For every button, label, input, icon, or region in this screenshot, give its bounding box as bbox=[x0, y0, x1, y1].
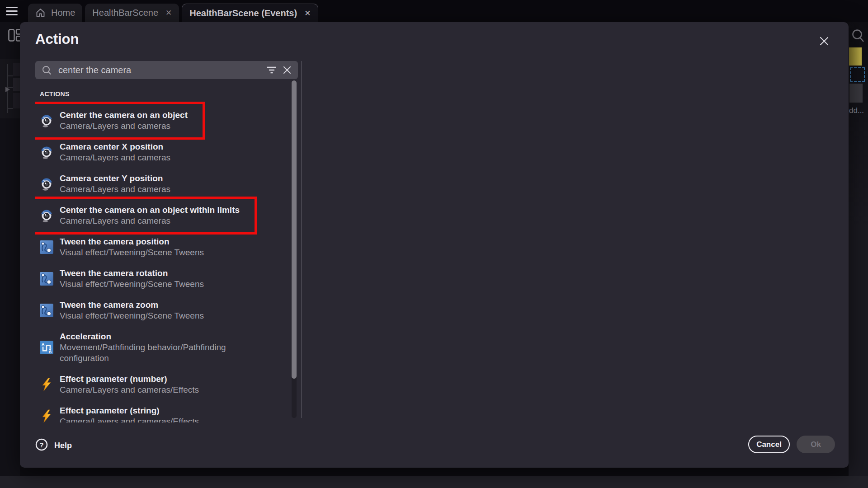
action-subtitle: Camera/Layers and cameras/Effects bbox=[60, 416, 199, 422]
help-button[interactable]: ? Help bbox=[35, 438, 72, 453]
help-icon: ? bbox=[35, 438, 48, 453]
layout-panels-icon bbox=[8, 29, 20, 43]
action-item-text: Camera center Y positionCamera/Layers an… bbox=[60, 173, 170, 195]
bolt-icon bbox=[40, 409, 53, 422]
search-icon bbox=[42, 65, 52, 75]
tab-healthbarscene-events[interactable]: HealthBarScene (Events)✕ bbox=[182, 4, 318, 22]
action-list-item[interactable]: Camera center Y positionCamera/Layers an… bbox=[35, 168, 175, 200]
tween-icon bbox=[40, 304, 53, 317]
action-item-text: Center the camera on an objectCamera/Lay… bbox=[60, 110, 188, 131]
action-subtitle: Visual effect/Tweening/Scene Tweens bbox=[60, 310, 204, 321]
action-title: Tween the camera zoom bbox=[60, 300, 204, 310]
pathfinding-icon: AB bbox=[40, 341, 53, 354]
column-divider bbox=[301, 61, 302, 418]
action-item-text: AccelerationMovement/Pathfinding behavio… bbox=[60, 331, 269, 364]
svg-text:B: B bbox=[49, 350, 52, 354]
action-subtitle: Camera/Layers and cameras/Effects bbox=[60, 385, 199, 395]
action-item-text: Camera center X positionCamera/Layers an… bbox=[60, 141, 170, 163]
svg-text:?: ? bbox=[39, 441, 43, 449]
tab-list: HomeHealthBarScene✕HealthBarScene (Event… bbox=[28, 4, 318, 22]
action-title: Acceleration bbox=[60, 331, 269, 342]
action-title: Tween the camera position bbox=[60, 236, 204, 247]
truncated-add-text: dd... bbox=[849, 106, 864, 115]
action-item-text: Tween the camera positionVisual effect/T… bbox=[60, 236, 204, 258]
action-title: Tween the camera rotation bbox=[60, 268, 204, 279]
action-list-item[interactable]: Center the camera on an objectCamera/Lay… bbox=[35, 105, 192, 136]
clear-search-icon[interactable] bbox=[283, 66, 292, 75]
bolt-icon bbox=[40, 378, 53, 391]
cancel-button[interactable]: Cancel bbox=[748, 436, 790, 453]
action-list-item[interactable]: Tween the camera positionVisual effect/T… bbox=[35, 231, 208, 263]
action-list: ACTIONS Center the camera on an objectCa… bbox=[35, 90, 291, 422]
tab-close-icon[interactable]: ✕ bbox=[304, 9, 311, 18]
background-right-panel: dd... bbox=[849, 22, 868, 476]
drop-target-fragment bbox=[850, 67, 865, 82]
action-list-item[interactable]: Tween the camera rotationVisual effect/T… bbox=[35, 263, 208, 295]
action-list-item[interactable]: ABAccelerationMovement/Pathfinding behav… bbox=[35, 326, 273, 369]
background-left-panel bbox=[0, 22, 20, 476]
menu-icon[interactable] bbox=[6, 7, 18, 15]
webcam-icon bbox=[40, 209, 53, 222]
tab-close-icon[interactable]: ✕ bbox=[165, 8, 172, 18]
action-list-item[interactable]: Center the camera on an object within li… bbox=[35, 200, 244, 231]
events-sheet-fragment bbox=[0, 59, 20, 118]
event-block-fragment bbox=[849, 47, 862, 66]
app-root: HomeHealthBarScene✕HealthBarScene (Event… bbox=[0, 0, 868, 488]
action-title: Effect parameter (string) bbox=[60, 405, 199, 416]
tab-label: HealthBarScene (Events) bbox=[189, 8, 297, 19]
search-bar bbox=[35, 61, 298, 79]
background-bottom-bar bbox=[0, 476, 868, 488]
action-title: Center the camera on an object bbox=[60, 110, 188, 121]
tab-label: HealthBarScene bbox=[92, 8, 158, 18]
section-label: ACTIONS bbox=[40, 90, 291, 99]
event-block-fragment bbox=[849, 84, 863, 103]
dialog-title: Action bbox=[35, 31, 79, 47]
action-list-item[interactable]: Camera center X positionCamera/Layers an… bbox=[35, 136, 175, 168]
action-title: Camera center X position bbox=[60, 141, 170, 152]
ok-button[interactable]: Ok bbox=[797, 436, 835, 453]
scrollbar-thumb[interactable] bbox=[292, 80, 297, 379]
action-item-text: Center the camera on an object within li… bbox=[60, 205, 240, 226]
tween-icon bbox=[40, 272, 53, 286]
action-subtitle: Camera/Layers and cameras bbox=[60, 184, 170, 195]
search-icon[interactable] bbox=[851, 28, 865, 46]
filter-icon[interactable] bbox=[266, 66, 277, 75]
action-subtitle: Camera/Layers and cameras bbox=[60, 216, 240, 226]
webcam-icon bbox=[40, 177, 53, 191]
action-list-item[interactable]: Effect parameter (number)Camera/Layers a… bbox=[35, 369, 203, 400]
action-subtitle: Camera/Layers and cameras bbox=[60, 121, 188, 131]
action-title: Center the camera on an object within li… bbox=[60, 205, 240, 216]
help-label: Help bbox=[54, 441, 72, 450]
tween-icon bbox=[40, 240, 53, 254]
scrollbar-track[interactable] bbox=[292, 80, 297, 418]
search-input[interactable] bbox=[57, 65, 261, 76]
action-subtitle: Camera/Layers and cameras bbox=[60, 152, 170, 163]
action-title: Effect parameter (number) bbox=[60, 374, 199, 385]
svg-text:A: A bbox=[42, 342, 45, 347]
webcam-icon bbox=[40, 114, 53, 127]
action-subtitle: Visual effect/Tweening/Scene Tweens bbox=[60, 279, 204, 290]
action-item-text: Effect parameter (string)Camera/Layers a… bbox=[60, 405, 199, 422]
home-icon bbox=[35, 8, 46, 18]
action-subtitle: Visual effect/Tweening/Scene Tweens bbox=[60, 247, 204, 258]
action-item-text: Tween the camera rotationVisual effect/T… bbox=[60, 268, 204, 290]
action-list-item[interactable]: Effect parameter (string)Camera/Layers a… bbox=[35, 400, 203, 422]
tab-home[interactable]: Home bbox=[28, 4, 82, 22]
tab-bar: HomeHealthBarScene✕HealthBarScene (Event… bbox=[0, 0, 868, 22]
webcam-icon bbox=[40, 145, 53, 159]
close-icon[interactable] bbox=[818, 35, 830, 47]
tab-healthbarscene[interactable]: HealthBarScene✕ bbox=[85, 4, 179, 22]
action-list-item[interactable]: Tween the camera zoomVisual effect/Tween… bbox=[35, 295, 208, 326]
action-title: Camera center Y position bbox=[60, 173, 170, 184]
action-item-text: Tween the camera zoomVisual effect/Tween… bbox=[60, 300, 204, 321]
action-item-text: Effect parameter (number)Camera/Layers a… bbox=[60, 374, 199, 395]
action-dialog: Action bbox=[20, 22, 849, 468]
tab-label: Home bbox=[51, 8, 75, 18]
action-subtitle: Movement/Pathfinding behavior/Pathfindin… bbox=[60, 342, 269, 364]
